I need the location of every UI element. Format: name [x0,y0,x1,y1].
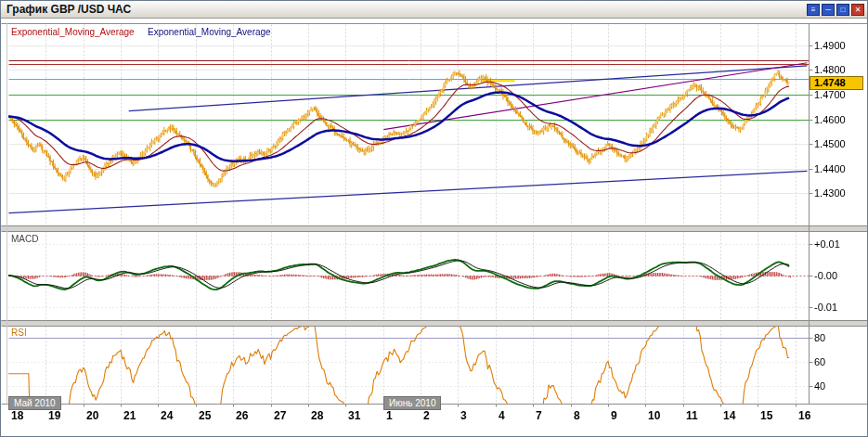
chart-area: Exponential_Moving_AverageExponential_Mo… [1,19,868,437]
maximize-button[interactable]: □ [836,4,849,16]
minimize-button[interactable]: ─ [822,4,835,16]
chart-shift-button[interactable]: ≡ [807,4,820,16]
close-button[interactable]: ✕ [851,4,864,16]
window-title: График GBP /USD ЧАС [1,3,131,16]
price-chart-canvas[interactable] [1,19,868,437]
window-titlebar[interactable]: График GBP /USD ЧАС ≡─□✕ [1,1,867,19]
window-controls: ≡─□✕ [807,4,867,16]
chart-window: График GBP /USD ЧАС ≡─□✕ Exponential_Mov… [0,0,868,437]
